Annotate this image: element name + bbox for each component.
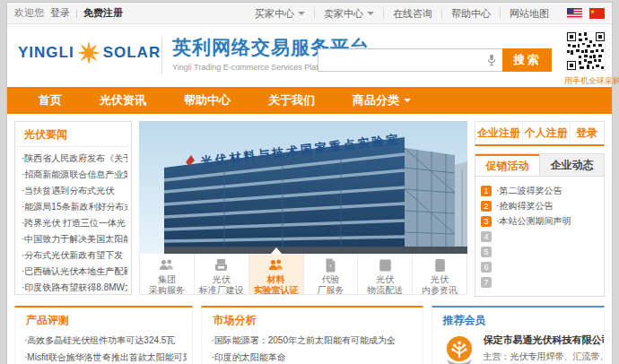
tab-label-line2: 实验室认证 — [254, 285, 299, 295]
tab-label-line1: 集团 — [158, 274, 176, 284]
member-company-name[interactable]: 保定市易通光伏科技有限公司 — [484, 334, 605, 347]
login-link[interactable]: 登录 — [50, 6, 70, 20]
rank-badge: 7 — [481, 277, 492, 288]
search-bar: 搜索 — [318, 48, 552, 72]
bottom-row: 产品评测 ·高效多晶硅光伏组件功率可达324.5瓦 ·Misfit联合施华洛世奇… — [14, 306, 605, 364]
news-item[interactable]: ·陕西省人民政府发布《关于 — [22, 151, 127, 167]
nav-home[interactable]: 首页 — [20, 87, 81, 114]
news-item[interactable]: ·当扶贫遇到分布式光伏 — [22, 183, 127, 199]
nav-pv-news[interactable]: 光伏资讯 — [81, 87, 165, 114]
nav-about-us-label: 关于我们 — [268, 87, 315, 114]
caret-down-icon — [367, 12, 374, 15]
announcement-item[interactable]: 3·本站公测期间声明 — [481, 213, 598, 229]
tab-material-lab-cert[interactable]: 材料 实验室认证 — [249, 254, 304, 294]
member-logo[interactable] — [441, 334, 477, 364]
caret-down-icon — [404, 99, 411, 102]
announcement-text: ·第二波得奖公告 — [496, 185, 562, 197]
tab-company-news[interactable]: 企业动态 — [539, 154, 604, 176]
announcement-item: 6 — [481, 259, 598, 274]
rank-badge: 6 — [481, 262, 492, 273]
tab-label-line1: 光伏 — [376, 274, 394, 284]
announcement-item: 7 — [481, 274, 598, 290]
online-consult-link[interactable]: 在线咨询 — [383, 8, 441, 19]
register-buttons-row: 企业注册 个人注册 登录 — [475, 121, 605, 146]
tab-pv-logistics[interactable]: 光伏 物流配送 — [358, 254, 413, 294]
announcement-item: 5 — [481, 244, 598, 259]
caret-down-icon — [298, 12, 305, 15]
tab-label-line2: 标准厂建设 — [199, 285, 244, 295]
buyer-center-label: 买家中心 — [255, 8, 294, 19]
rank-badge: 2 — [481, 201, 492, 212]
tab-group-purchasing[interactable]: 集团 采购服务 — [140, 254, 195, 294]
yingli-solar-logo[interactable]: YINGLI SOLAR — [18, 40, 161, 65]
seller-center-label: 卖家中心 — [324, 8, 363, 19]
english-flag-icon[interactable] — [567, 8, 582, 19]
divider — [161, 37, 162, 74]
rank-badge: 5 — [481, 247, 492, 257]
pv-headlines-list: ·陕西省人民政府发布《关于 ·招商新能源联合信息产业第 ·当扶贫遇到分布式光伏 … — [15, 147, 131, 295]
nav-help-center[interactable]: 帮助中心 — [165, 87, 249, 114]
search-button[interactable]: 搜索 — [502, 48, 552, 72]
sun-icon — [76, 40, 101, 65]
page: 欢迎您 登录 免费注册 买家中心 卖家中心 在线咨询 帮助中心 网站地图 YIN… — [6, 2, 613, 364]
news-item[interactable]: ·印度铁路有望获得8.8MW太 — [22, 280, 127, 295]
nav-about-us[interactable]: 关于我们 — [249, 87, 334, 114]
sitemap-label: 网站地图 — [510, 8, 549, 19]
tab-standard-factory[interactable]: 光伏 标准厂建设 — [195, 254, 249, 294]
chinese-flag-icon[interactable] — [589, 8, 605, 19]
nav-help-center-label: 帮助中心 — [184, 87, 231, 114]
tab-pv-insider-news[interactable]: 光伏 内参资讯 — [413, 254, 466, 294]
announcement-text: ·抢购得奖公告 — [496, 200, 553, 212]
tab-label-line1: 材料 — [267, 274, 285, 284]
news-item[interactable]: ·分布式光伏新政有望下发 — [22, 247, 127, 264]
divider — [76, 9, 77, 18]
buyer-center-link[interactable]: 买家中心 — [246, 8, 314, 19]
qr-caption: 用手机全球采购 — [564, 75, 607, 87]
language-flags — [567, 8, 605, 19]
review-item[interactable]: ·Misfit联合施华洛世奇推出首款太阳能可穿戴 — [24, 349, 187, 364]
product-review-title: 产品评测 — [15, 308, 192, 330]
review-item[interactable]: ·高效多晶硅光伏组件功率可达324.5瓦 — [24, 332, 187, 349]
enterprise-register-button[interactable]: 企业注册 — [475, 122, 522, 144]
news-item[interactable]: ·跨界光伏 打造三位一体光 — [22, 215, 127, 231]
register-link[interactable]: 免费注册 — [83, 6, 123, 20]
search-input[interactable] — [318, 48, 502, 72]
tab-promotions[interactable]: 促销活动 — [475, 154, 539, 176]
header: YINGLI SOLAR 英利网络交易服务平台 Yingli Trading E… — [7, 24, 612, 87]
seller-center-link[interactable]: 卖家中心 — [314, 8, 383, 19]
promotions-tabs: 促销活动 企业动态 — [475, 154, 604, 177]
news-item[interactable]: ·招商新能源联合信息产业第 — [22, 167, 127, 183]
pv-headlines-panel: 光伏要闻 ·陕西省人民政府发布《关于 ·招商新能源联合信息产业第 ·当扶贫遇到分… — [14, 121, 132, 295]
news-item[interactable]: ·中国致力于解决美国太阳能 — [22, 231, 127, 247]
nav-product-categories-label: 商品分类 — [353, 87, 399, 114]
microphone-icon[interactable] — [487, 54, 496, 70]
tab-label-line1: 代验 — [321, 274, 339, 284]
book-icon — [413, 258, 466, 273]
tab-factory-inspection[interactable]: 代验 厂服务 — [304, 254, 359, 294]
nav-product-categories[interactable]: 商品分类 — [334, 87, 430, 114]
tab-label-line1: 光伏 — [431, 274, 449, 284]
news-item[interactable]: ·巴西确认光伏本地生产配额 — [22, 264, 127, 280]
announcement-item[interactable]: 1·第二波得奖公告 — [481, 183, 598, 198]
member-description-text: 主营：光伏专用焊带、汇流带、接线盒、滑轮外套、印刷... — [484, 351, 605, 364]
pv-headlines-title: 光伏要闻 — [15, 122, 131, 147]
news-item[interactable]: ·能源局15条新政利好分布式 — [22, 199, 127, 215]
welcome-text: 欢迎您 — [14, 6, 44, 20]
tab-label-line2: 采购服务 — [149, 285, 185, 295]
recommended-members-panel: 推荐会员 保定市易通光伏科技有限公司 — [432, 306, 605, 364]
nav-home-label: 首页 — [39, 87, 62, 114]
sitemap-link[interactable]: 网站地图 — [500, 8, 558, 19]
login-button[interactable]: 登录 — [570, 122, 604, 144]
nav-pv-news-label: 光伏资讯 — [100, 87, 146, 114]
tab-label-line2: 厂服务 — [317, 285, 344, 295]
announcement-item[interactable]: 2·抢购得奖公告 — [481, 198, 598, 213]
main-content: 光伏要闻 ·陕西省人民政府发布《关于 ·招商新能源联合信息产业第 ·当扶贫遇到分… — [14, 121, 605, 295]
main-nav: 首页 光伏资讯 帮助中心 关于我们 商品分类 — [7, 87, 612, 114]
tab-label-line2: 内参资讯 — [422, 285, 458, 295]
analysis-item[interactable]: ·国际能源署：2050年之前太阳能有可能成为全 — [211, 332, 416, 349]
analysis-item[interactable]: ·印度的太阳能革命 — [211, 349, 416, 364]
hero-building-photo[interactable]: 光伏材料与技术国家重点实验室 — [139, 121, 467, 254]
personal-register-button[interactable]: 个人注册 — [522, 122, 570, 144]
tab-label-line2: 物流配送 — [367, 285, 403, 295]
help-center-link[interactable]: 帮助中心 — [441, 8, 500, 19]
